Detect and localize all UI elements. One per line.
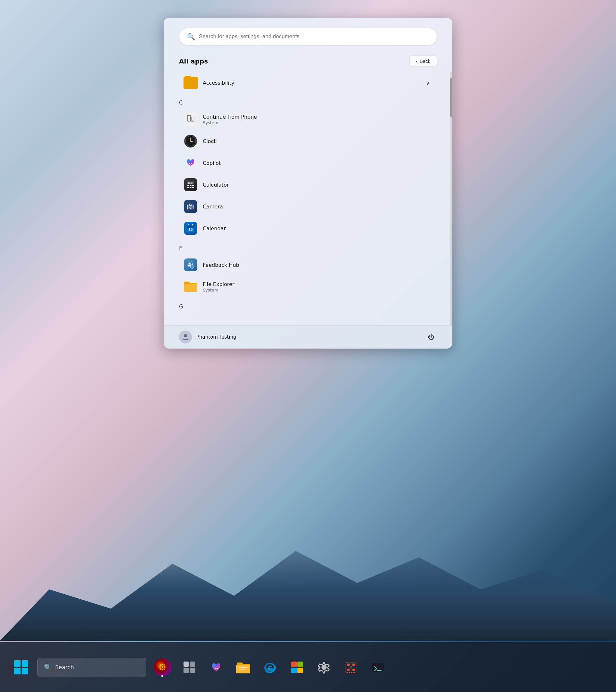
start-menu: 🔍 All apps ‹ Back Accessibility [164, 18, 452, 349]
app-search-input[interactable] [199, 34, 429, 40]
app-text: Camera [203, 203, 223, 210]
all-apps-title: All apps [179, 58, 208, 65]
svg-rect-31 [190, 668, 195, 673]
svg-rect-14 [190, 187, 192, 188]
svg-rect-12 [192, 185, 194, 186]
app-name: Copilot [203, 160, 221, 166]
accessibility-folder-icon [184, 76, 198, 90]
taskbar-copilot-icon[interactable] [205, 656, 227, 678]
taskbar-snipping-tool-icon[interactable] [340, 656, 362, 678]
taskbar-active-app-icon[interactable] [151, 656, 173, 678]
search-bar-icon: 🔍 [187, 33, 195, 40]
user-avatar [179, 331, 192, 343]
app-name: Feedback Hub [203, 262, 239, 268]
svg-rect-15 [192, 187, 194, 188]
app-name: Calendar [203, 225, 226, 232]
list-item[interactable]: Continue from Phone System [179, 108, 434, 130]
svg-point-17 [190, 206, 192, 208]
list-item[interactable]: Clock [179, 130, 434, 152]
taskbar-search-box[interactable]: 🔍 Search [37, 658, 146, 677]
file-explorer-app-icon [184, 280, 198, 294]
svg-point-26 [189, 263, 191, 264]
svg-rect-11 [190, 185, 192, 186]
app-text: Copilot [203, 160, 221, 166]
app-text: Continue from Phone System [203, 114, 257, 125]
svg-point-24 [190, 264, 194, 268]
taskbar-microsoft-store-icon[interactable] [286, 656, 308, 678]
app-subtitle: System [203, 288, 234, 293]
svg-text:15: 15 [188, 228, 193, 231]
start-button[interactable] [10, 656, 32, 678]
start-menu-footer: Phantom Testing ⏻ [164, 325, 452, 349]
continue-from-phone-icon [184, 112, 198, 126]
app-name: Calculator [203, 182, 229, 188]
svg-rect-30 [184, 668, 189, 673]
section-letter-c: C [179, 94, 434, 108]
taskbar-edge-icon[interactable] [259, 656, 281, 678]
camera-app-icon [184, 199, 198, 214]
back-button-label: Back [420, 58, 430, 64]
app-name: Clock [203, 138, 216, 144]
app-name: File Explorer [203, 281, 234, 287]
app-text: Calculator [203, 182, 229, 188]
app-text: File Explorer System [203, 281, 234, 293]
svg-point-38 [352, 669, 355, 671]
chevron-down-icon: ∨ [426, 80, 430, 86]
taskbar-search-icon: 🔍 [44, 664, 52, 671]
power-icon: ⏻ [428, 333, 434, 341]
taskbar-settings-icon[interactable] [313, 656, 335, 678]
app-search-bar[interactable]: 🔍 [179, 28, 437, 45]
svg-rect-39 [350, 666, 352, 669]
list-item[interactable]: Feedback Hub [179, 254, 434, 276]
back-button[interactable]: ‹ Back [409, 56, 437, 67]
taskbar-file-explorer-icon[interactable] [232, 656, 254, 678]
svg-rect-28 [184, 662, 189, 667]
store-grid-icon [291, 662, 303, 673]
list-item[interactable]: Copilot [179, 152, 434, 174]
taskbar-task-view-button[interactable] [178, 656, 200, 678]
svg-rect-13 [187, 187, 189, 188]
windows-logo-icon [14, 660, 28, 674]
list-item[interactable]: 15 Calendar [179, 217, 434, 239]
user-name: Phantom Testing [196, 334, 236, 340]
calendar-app-icon: 15 [184, 221, 198, 235]
user-info[interactable]: Phantom Testing [179, 331, 236, 343]
app-text: Calendar [203, 225, 226, 232]
list-item[interactable]: Camera [179, 196, 434, 217]
svg-point-7 [190, 141, 191, 142]
power-button[interactable]: ⏻ [425, 331, 437, 343]
accessibility-left: Accessibility [184, 76, 234, 90]
apps-list-container: Accessibility ∨ C [164, 72, 452, 325]
svg-point-36 [352, 664, 355, 666]
section-letter-g: G [179, 298, 434, 312]
app-text: Feedback Hub [203, 262, 239, 268]
app-name: Accessibility [203, 80, 234, 86]
clock-app-icon [184, 134, 198, 148]
scroll-thumb[interactable] [450, 78, 452, 117]
list-item[interactable]: 1234 Calculator [179, 174, 434, 196]
section-letter-f: F [179, 239, 434, 254]
scroll-bar[interactable] [450, 72, 452, 325]
app-subtitle: System [203, 120, 257, 125]
svg-point-35 [347, 664, 350, 666]
apps-list: Accessibility ∨ C [164, 72, 450, 325]
search-bar-container: 🔍 [164, 18, 452, 53]
active-app-icon [153, 658, 171, 676]
all-apps-header: All apps ‹ Back [164, 53, 452, 72]
svg-rect-10 [187, 185, 189, 186]
svg-rect-33 [239, 669, 245, 670]
list-item[interactable]: File Explorer System [179, 276, 434, 298]
list-item[interactable]: Accessibility ∨ [179, 72, 434, 94]
svg-rect-29 [190, 662, 195, 667]
svg-rect-32 [239, 667, 248, 668]
taskbar-search-text: Search [55, 664, 74, 671]
app-name: Camera [203, 203, 223, 210]
svg-rect-19 [187, 225, 194, 228]
taskbar-terminal-icon[interactable] [367, 656, 389, 678]
copilot-app-icon [184, 156, 198, 170]
svg-point-37 [347, 669, 350, 671]
accessibility-text: Accessibility [203, 80, 234, 86]
app-name: Continue from Phone [203, 114, 257, 120]
svg-text:1234: 1234 [188, 182, 193, 185]
back-chevron-icon: ‹ [416, 58, 418, 64]
